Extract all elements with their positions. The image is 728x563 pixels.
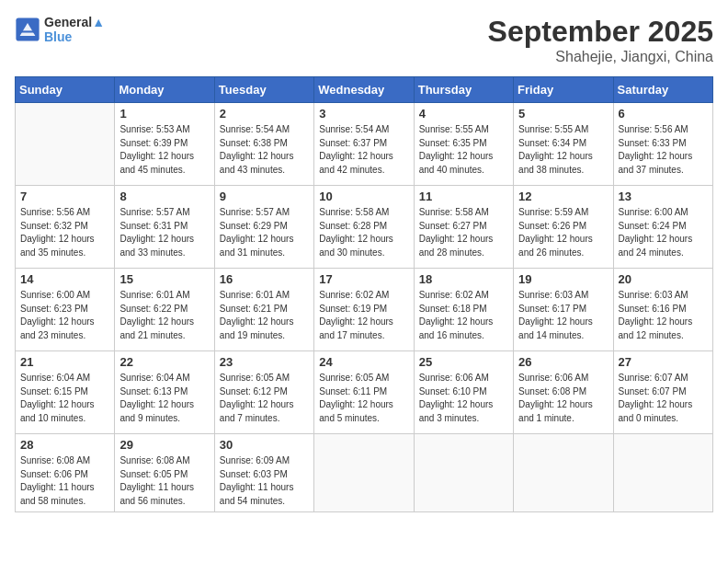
calendar-cell: 1Sunrise: 5:53 AM Sunset: 6:39 PM Daylig… [115, 103, 214, 186]
day-number: 12 [518, 190, 608, 203]
calendar-cell: 29Sunrise: 6:08 AM Sunset: 6:05 PM Dayli… [115, 434, 214, 512]
column-header-wednesday: Wednesday [314, 77, 414, 103]
column-header-thursday: Thursday [414, 77, 513, 103]
calendar-cell: 8Sunrise: 5:57 AM Sunset: 6:31 PM Daylig… [115, 186, 214, 269]
day-number: 4 [419, 107, 508, 121]
page-header: General▲ Blue September 2025 Shahejie, J… [15, 15, 713, 65]
day-info: Sunrise: 6:00 AM Sunset: 6:23 PM Dayligh… [20, 289, 109, 342]
calendar-cell: 5Sunrise: 5:55 AM Sunset: 6:34 PM Daylig… [514, 103, 613, 186]
calendar-cell: 10Sunrise: 5:58 AM Sunset: 6:28 PM Dayli… [314, 186, 414, 269]
day-info: Sunrise: 6:00 AM Sunset: 6:24 PM Dayligh… [619, 206, 708, 259]
day-number: 28 [20, 438, 109, 452]
day-number: 5 [518, 107, 608, 121]
column-header-monday: Monday [115, 77, 214, 103]
calendar-cell [613, 434, 712, 512]
logo-icon [15, 17, 40, 42]
day-number: 2 [220, 107, 309, 121]
calendar-cell: 20Sunrise: 6:03 AM Sunset: 6:16 PM Dayli… [613, 269, 712, 351]
calendar-cell: 30Sunrise: 6:09 AM Sunset: 6:03 PM Dayli… [214, 434, 313, 512]
day-number: 27 [619, 355, 708, 369]
calendar-cell: 23Sunrise: 6:05 AM Sunset: 6:12 PM Dayli… [214, 351, 313, 434]
calendar-cell: 12Sunrise: 5:59 AM Sunset: 6:26 PM Dayli… [514, 186, 613, 269]
calendar-cell: 14Sunrise: 6:00 AM Sunset: 6:23 PM Dayli… [16, 269, 115, 351]
day-number: 15 [119, 272, 209, 286]
day-info: Sunrise: 6:03 AM Sunset: 6:17 PM Dayligh… [518, 289, 608, 342]
day-number: 21 [20, 355, 109, 369]
day-number: 11 [419, 190, 508, 203]
calendar-week-2: 7Sunrise: 5:56 AM Sunset: 6:32 PM Daylig… [16, 186, 713, 269]
calendar-cell: 3Sunrise: 5:54 AM Sunset: 6:37 PM Daylig… [314, 103, 414, 186]
day-info: Sunrise: 6:02 AM Sunset: 6:18 PM Dayligh… [419, 289, 508, 342]
calendar-cell [314, 434, 414, 512]
day-number: 7 [20, 190, 109, 203]
calendar-cell: 27Sunrise: 6:07 AM Sunset: 6:07 PM Dayli… [613, 351, 712, 434]
calendar-cell: 9Sunrise: 5:57 AM Sunset: 6:29 PM Daylig… [214, 186, 313, 269]
day-number: 30 [220, 438, 309, 452]
day-number: 23 [220, 355, 309, 369]
day-number: 22 [119, 355, 209, 369]
day-number: 3 [319, 107, 408, 121]
day-number: 10 [319, 190, 408, 203]
day-info: Sunrise: 6:04 AM Sunset: 6:15 PM Dayligh… [20, 372, 109, 425]
day-info: Sunrise: 6:08 AM Sunset: 6:05 PM Dayligh… [119, 454, 209, 508]
day-info: Sunrise: 5:54 AM Sunset: 6:38 PM Dayligh… [220, 123, 309, 177]
day-number: 14 [20, 272, 109, 286]
day-number: 19 [518, 272, 608, 286]
day-info: Sunrise: 6:09 AM Sunset: 6:03 PM Dayligh… [220, 454, 309, 508]
day-info: Sunrise: 6:04 AM Sunset: 6:13 PM Dayligh… [119, 372, 209, 425]
day-info: Sunrise: 5:55 AM Sunset: 6:34 PM Dayligh… [518, 123, 608, 177]
calendar-cell: 18Sunrise: 6:02 AM Sunset: 6:18 PM Dayli… [414, 269, 513, 351]
day-info: Sunrise: 5:58 AM Sunset: 6:27 PM Dayligh… [419, 206, 508, 259]
calendar-cell: 25Sunrise: 6:06 AM Sunset: 6:10 PM Dayli… [414, 351, 513, 434]
svg-rect-2 [20, 30, 36, 32]
month-title: September 2025 [488, 15, 713, 49]
day-number: 1 [119, 107, 209, 121]
day-info: Sunrise: 5:58 AM Sunset: 6:28 PM Dayligh… [319, 206, 408, 259]
calendar-cell: 4Sunrise: 5:55 AM Sunset: 6:35 PM Daylig… [414, 103, 513, 186]
day-info: Sunrise: 6:01 AM Sunset: 6:22 PM Dayligh… [119, 289, 209, 342]
day-info: Sunrise: 5:57 AM Sunset: 6:31 PM Dayligh… [119, 206, 209, 259]
column-header-saturday: Saturday [613, 77, 712, 103]
day-number: 8 [119, 190, 209, 203]
column-header-sunday: Sunday [16, 77, 115, 103]
day-number: 17 [319, 272, 408, 286]
logo: General▲ Blue [15, 15, 105, 44]
calendar-cell [514, 434, 613, 512]
day-number: 25 [419, 355, 508, 369]
calendar-week-3: 14Sunrise: 6:00 AM Sunset: 6:23 PM Dayli… [16, 269, 713, 351]
calendar-header-row: SundayMondayTuesdayWednesdayThursdayFrid… [16, 77, 713, 103]
calendar-cell: 28Sunrise: 6:08 AM Sunset: 6:06 PM Dayli… [16, 434, 115, 512]
calendar-cell: 6Sunrise: 5:56 AM Sunset: 6:33 PM Daylig… [613, 103, 712, 186]
day-info: Sunrise: 6:02 AM Sunset: 6:19 PM Dayligh… [319, 289, 408, 342]
calendar-cell: 15Sunrise: 6:01 AM Sunset: 6:22 PM Dayli… [115, 269, 214, 351]
calendar-cell: 2Sunrise: 5:54 AM Sunset: 6:38 PM Daylig… [214, 103, 313, 186]
column-header-friday: Friday [514, 77, 613, 103]
day-info: Sunrise: 5:56 AM Sunset: 6:33 PM Dayligh… [619, 123, 708, 177]
day-number: 24 [319, 355, 408, 369]
day-number: 16 [220, 272, 309, 286]
day-number: 20 [619, 272, 708, 286]
calendar-cell: 24Sunrise: 6:05 AM Sunset: 6:11 PM Dayli… [314, 351, 414, 434]
day-info: Sunrise: 5:57 AM Sunset: 6:29 PM Dayligh… [220, 206, 309, 259]
calendar-cell: 11Sunrise: 5:58 AM Sunset: 6:27 PM Dayli… [414, 186, 513, 269]
calendar-week-1: 1Sunrise: 5:53 AM Sunset: 6:39 PM Daylig… [16, 103, 713, 186]
day-info: Sunrise: 5:53 AM Sunset: 6:39 PM Dayligh… [119, 123, 209, 177]
logo-text: General▲ Blue [44, 15, 105, 44]
day-info: Sunrise: 6:01 AM Sunset: 6:21 PM Dayligh… [220, 289, 309, 342]
calendar-cell: 16Sunrise: 6:01 AM Sunset: 6:21 PM Dayli… [214, 269, 313, 351]
calendar-cell: 21Sunrise: 6:04 AM Sunset: 6:15 PM Dayli… [16, 351, 115, 434]
day-number: 18 [419, 272, 508, 286]
day-number: 26 [518, 355, 608, 369]
day-info: Sunrise: 6:08 AM Sunset: 6:06 PM Dayligh… [20, 454, 109, 508]
calendar-cell: 22Sunrise: 6:04 AM Sunset: 6:13 PM Dayli… [115, 351, 214, 434]
calendar-cell: 13Sunrise: 6:00 AM Sunset: 6:24 PM Dayli… [613, 186, 712, 269]
calendar-cell: 26Sunrise: 6:06 AM Sunset: 6:08 PM Dayli… [514, 351, 613, 434]
calendar-cell [414, 434, 513, 512]
calendar-cell: 19Sunrise: 6:03 AM Sunset: 6:17 PM Dayli… [514, 269, 613, 351]
column-header-tuesday: Tuesday [214, 77, 313, 103]
title-block: September 2025 Shahejie, Jiangxi, China [488, 15, 713, 65]
calendar-week-4: 21Sunrise: 6:04 AM Sunset: 6:15 PM Dayli… [16, 351, 713, 434]
day-info: Sunrise: 5:59 AM Sunset: 6:26 PM Dayligh… [518, 206, 608, 259]
calendar-week-5: 28Sunrise: 6:08 AM Sunset: 6:06 PM Dayli… [16, 434, 713, 512]
day-info: Sunrise: 6:07 AM Sunset: 6:07 PM Dayligh… [619, 372, 708, 425]
